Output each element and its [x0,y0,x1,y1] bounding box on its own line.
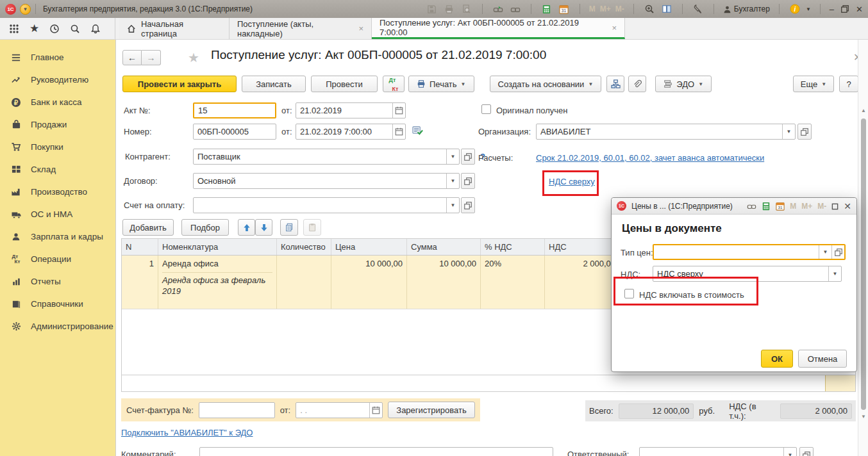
sidebar-item-administration[interactable]: Администрирование [0,315,115,338]
tools-icon[interactable] [692,3,705,15]
col-header-vat-rate[interactable]: % НДС [481,239,545,255]
comment-input[interactable] [199,447,553,456]
pick-button[interactable]: Подбор [181,219,229,236]
open-organization-button[interactable] [797,124,812,140]
current-user[interactable]: Бухгалтер [723,4,770,13]
tab-home[interactable]: Начальная страница [119,18,230,39]
open-contractor-button[interactable] [461,149,475,165]
restore-button[interactable] [839,3,851,15]
memory-minus-button[interactable]: M- [817,202,826,211]
info-icon[interactable]: i [789,3,801,15]
zoom-icon[interactable] [643,3,656,15]
open-responsible-button[interactable] [799,447,814,456]
print-preview-icon[interactable] [460,3,473,15]
sidebar-item-salary-hr[interactable]: Зарплата и кадры [0,225,115,248]
maximize-dialog-icon[interactable] [831,201,839,211]
cell-n[interactable]: 1 [122,256,158,309]
add-row-button[interactable]: Добавить [122,219,174,236]
cancel-button[interactable]: Отмена [798,350,847,368]
favorite-star-icon[interactable]: ★ [188,50,199,65]
calendar-icon[interactable] [369,403,382,418]
save-icon[interactable] [426,3,438,15]
calendar-icon[interactable]: 31 [558,3,571,15]
document-date-input[interactable]: 21.02.2019 7:00:00 [296,124,406,140]
chevron-down-icon[interactable]: ▼ [783,448,796,456]
tab-receipts-list[interactable]: Поступление (акты, накладные) × [230,18,372,39]
back-button[interactable]: ← [122,50,142,65]
sidebar-item-production[interactable]: Производство [0,181,115,203]
cell-nomenclature[interactable]: Аренда офиса Аренда офиса за февраль 201… [158,256,277,309]
memory-plus-button[interactable]: M+ [600,4,611,13]
close-tab-icon[interactable]: × [358,24,363,33]
split-view-icon[interactable] [660,3,673,15]
open-icon[interactable] [831,245,844,259]
memory-minus-button[interactable]: M- [615,4,624,13]
more-button[interactable]: Еще▼ [793,76,834,92]
copy-button[interactable] [280,219,298,236]
scrollbar-thumb[interactable] [861,118,866,410]
invoice-number-input[interactable] [199,402,275,418]
cell-quantity[interactable] [277,256,331,309]
get-link-icon[interactable] [492,3,505,15]
sidebar-item-reports[interactable]: Отчеты [0,270,115,293]
form-scrollbar[interactable]: ▲ ▼ [858,40,868,456]
close-window-button[interactable]: ✕ [856,4,863,14]
chevron-down-icon[interactable]: ▼ [446,198,459,213]
cell-sum[interactable]: 10 000,00 [407,256,481,309]
calendar-icon[interactable] [392,103,405,118]
chevron-down-icon[interactable]: ▼ [828,266,841,281]
apps-grid-icon[interactable] [9,24,19,34]
tab-receipt-document[interactable]: Поступление услуг: Акт 00БП-000005 от 21… [372,18,625,39]
sidebar-item-bank-cash[interactable]: ₽Банк и касса [0,91,115,113]
help-button[interactable]: ? [839,76,858,92]
edo-button[interactable]: ЭДО▼ [655,76,712,92]
move-down-button[interactable] [255,219,272,236]
print-button[interactable]: Печать▼ [408,76,474,92]
save-button[interactable]: Записать [242,76,306,92]
forward-button[interactable]: → [142,50,161,65]
open-contract-button[interactable] [461,173,475,189]
memory-recall-button[interactable]: M [589,4,596,13]
sidebar-item-directories[interactable]: Справочники [0,293,115,315]
post-button[interactable]: Провести [311,76,378,92]
notifications-bell-icon[interactable] [90,24,101,34]
act-number-input[interactable]: 15 [193,102,276,118]
chevron-down-icon[interactable]: ▼ [819,245,831,259]
calculator-icon[interactable] [540,3,553,15]
sidebar-item-warehouse[interactable]: Склад [0,158,115,181]
link-icon[interactable] [509,3,522,15]
main-menu-button[interactable]: ▼ [20,4,31,15]
print-icon[interactable] [443,3,456,15]
price-type-input[interactable]: ▼ [653,244,846,260]
chevron-down-icon[interactable]: ▼ [782,124,795,139]
structure-report-button[interactable] [606,76,624,92]
sidebar-item-fixed-assets[interactable]: ОС и НМА [0,203,115,225]
memory-plus-button[interactable]: M+ [801,202,812,211]
memory-recall-button[interactable]: M [790,202,796,211]
attachments-button[interactable] [628,76,646,92]
sidebar-item-sales[interactable]: Продажи [0,113,115,136]
dtkt-postings-button[interactable]: ДтКт [383,76,405,92]
col-header-n[interactable]: N [122,239,158,255]
settlements-link[interactable]: Срок 21.02.2019, 60.01, 60.02, зачет ава… [536,153,764,163]
register-invoice-button[interactable]: Зарегистрировать [388,402,475,418]
calculator-icon[interactable] [762,201,771,211]
sidebar-item-main[interactable]: Главное [0,46,115,69]
history-icon[interactable] [49,24,60,34]
payment-invoice-input[interactable]: ▼ [193,197,460,213]
col-header-price[interactable]: Цена [331,239,407,255]
chevron-down-icon[interactable]: ▼ [446,149,459,164]
col-header-nomenclature[interactable]: Номенклатура [158,239,277,255]
sidebar-item-purchases[interactable]: Покупки [0,136,115,158]
vat-mode-link[interactable]: НДС сверху [549,177,595,186]
move-up-button[interactable] [238,219,255,236]
scroll-up-icon[interactable]: ▲ [861,108,866,113]
include-vat-checkbox[interactable] [624,289,634,298]
post-and-close-button[interactable]: Провести и закрыть [122,76,237,92]
original-received-checkbox[interactable] [481,104,491,114]
col-header-vat[interactable]: НДС [545,239,620,255]
col-header-sum[interactable]: Сумма [407,239,481,255]
sidebar-item-operations[interactable]: ДтКтОперации [0,248,115,270]
organization-input[interactable]: АВИАБИЛЕТ▼ [536,124,796,140]
calendar-icon[interactable]: 31 [776,201,785,211]
